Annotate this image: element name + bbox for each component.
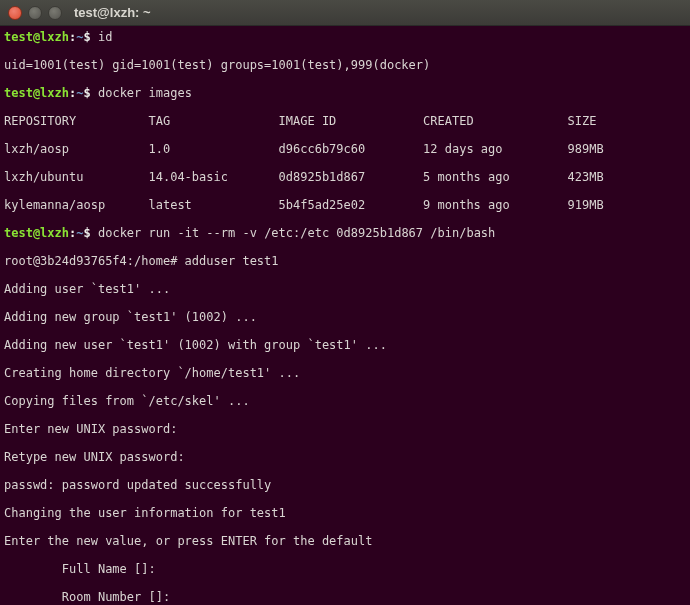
root-prompt: root@3b24d93765f4:/home# [4, 254, 177, 268]
out-line: Adding user `test1' ... [4, 282, 684, 296]
prompt-path: ~ [76, 30, 83, 44]
window-title: test@lxzh: ~ [74, 5, 151, 20]
out-line: Adding new user `test1' (1002) with grou… [4, 338, 684, 352]
table-row: kylemanna/aosp latest 5b4f5ad25e02 9 mon… [4, 198, 684, 212]
out-line: passwd: password updated successfully [4, 478, 684, 492]
out-line: Copying files from `/etc/skel' ... [4, 394, 684, 408]
cmd-adduser: adduser test1 [177, 254, 278, 268]
out-line: Retype new UNIX password: [4, 450, 684, 464]
table-row: lxzh/ubuntu 14.04-basic 0d8925b1d867 5 m… [4, 170, 684, 184]
out-line: Adding new group `test1' (1002) ... [4, 310, 684, 324]
close-icon[interactable] [8, 6, 22, 20]
prompt-user: test@lxzh [4, 30, 69, 44]
titlebar: test@lxzh: ~ [0, 0, 690, 26]
prompt-dollar: $ [84, 30, 91, 44]
table-row: lxzh/aosp 1.0 d96cc6b79c60 12 days ago 9… [4, 142, 684, 156]
cmd-docker-images: docker images [91, 86, 192, 100]
out-line: Enter new UNIX password: [4, 422, 684, 436]
out-line: Creating home directory `/home/test1' ..… [4, 366, 684, 380]
cmd-docker-run: docker run -it --rm -v /etc:/etc 0d8925b… [91, 226, 496, 240]
table-header: REPOSITORY TAG IMAGE ID CREATED SIZE [4, 114, 684, 128]
cmd-id: id [91, 30, 113, 44]
minimize-icon[interactable] [28, 6, 42, 20]
terminal-output[interactable]: test@lxzh:~$ id uid=1001(test) gid=1001(… [0, 26, 690, 605]
out-line: Changing the user information for test1 [4, 506, 684, 520]
out-line: Full Name []: [4, 562, 684, 576]
out-line: Room Number []: [4, 590, 684, 604]
window-controls [8, 6, 62, 20]
out-line: Enter the new value, or press ENTER for … [4, 534, 684, 548]
maximize-icon[interactable] [48, 6, 62, 20]
out-id1: uid=1001(test) gid=1001(test) groups=100… [4, 58, 684, 72]
